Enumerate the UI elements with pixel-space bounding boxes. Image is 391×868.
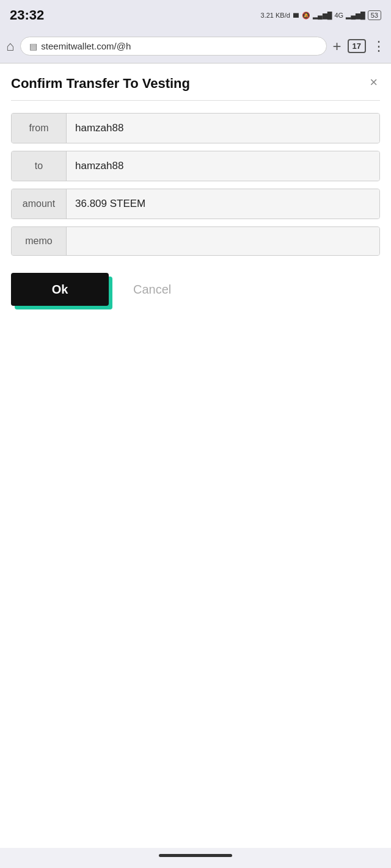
to-value: hamzah88 [67,151,379,181]
new-tab-button[interactable]: + [333,38,342,55]
home-indicator [159,854,232,857]
memo-label: memo [12,227,67,255]
browser-bar: ⌂ ▤ steemitwallet.com/@h + 17 ⋮ [0,29,391,63]
buttons-row: Ok Cancel [11,273,380,306]
amount-label: amount [12,189,67,219]
close-button[interactable]: × [367,76,380,89]
network-4g-icon: 4G [334,12,343,19]
memo-field: memo [11,226,380,256]
signal-bars2-icon: ▂▄▆█ [346,12,365,20]
amount-field: amount 36.809 STEEM [11,189,380,219]
bottom-bar [0,848,391,868]
dialog-header: Confirm Transfer To Vesting × [11,76,380,92]
status-bar: 23:32 3.21 KB/d ⯀ 🔕 ▂▄▆█ 4G ▂▄▆█ 53 [0,0,391,29]
to-label: to [12,151,67,181]
home-button[interactable]: ⌂ [6,38,14,54]
page-content: Confirm Transfer To Vesting × from hamza… [0,63,391,848]
status-time: 23:32 [10,7,44,23]
amount-value: 36.809 STEEM [67,189,379,219]
url-text: steemitwallet.com/@h [41,41,131,51]
from-value: hamzah88 [67,114,379,143]
bluetooth-icon: ⯀ [293,12,299,19]
url-icon: ▤ [29,42,37,51]
from-label: from [12,114,67,143]
mute-icon: 🔕 [302,12,310,20]
url-bar[interactable]: ▤ steemitwallet.com/@h [20,37,326,56]
tabs-button[interactable]: 17 [348,39,366,53]
from-field: from hamzah88 [11,113,380,143]
status-icons: 3.21 KB/d ⯀ 🔕 ▂▄▆█ 4G ▂▄▆█ 53 [261,10,381,20]
dialog: Confirm Transfer To Vesting × from hamza… [0,63,391,324]
data-speed: 3.21 KB/d [261,12,290,19]
ok-button[interactable]: Ok [11,273,109,306]
browser-menu-button[interactable]: ⋮ [372,38,385,54]
battery-indicator: 53 [368,10,381,20]
memo-value[interactable] [67,227,379,255]
to-field: to hamzah88 [11,151,380,181]
signal-bars-icon: ▂▄▆█ [313,12,332,20]
cancel-button[interactable]: Cancel [121,277,183,303]
dialog-title: Confirm Transfer To Vesting [11,76,367,92]
dialog-divider [11,100,380,101]
ok-button-wrapper: Ok [11,273,109,306]
